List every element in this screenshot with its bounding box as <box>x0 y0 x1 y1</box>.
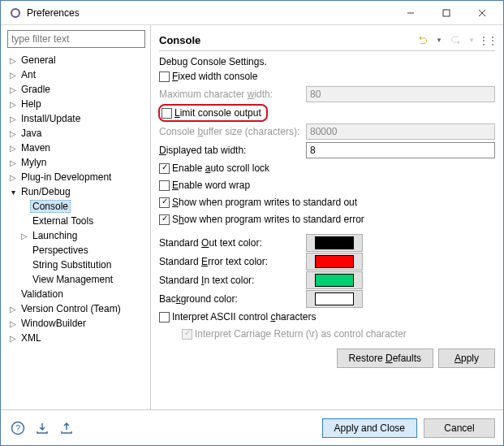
expand-icon[interactable]: ▷ <box>7 332 19 344</box>
svg-point-0 <box>11 9 19 17</box>
tree-item-maven[interactable]: ▷Maven <box>4 141 147 155</box>
svg-rect-2 <box>443 10 450 16</box>
tabwidth-input[interactable] <box>306 142 495 158</box>
svg-text:?: ? <box>15 423 20 433</box>
show-stderr-checkbox[interactable]: Show when program writes to standard err… <box>159 211 495 227</box>
tree-item-stringsub[interactable]: String Substitution <box>4 258 147 272</box>
tree-item-plugin[interactable]: ▷Plug-in Development <box>4 170 147 184</box>
expand-icon[interactable]: ▷ <box>7 113 19 124</box>
autoscroll-checkbox[interactable]: Enable auto scroll lock <box>159 160 495 176</box>
help-icon[interactable]: ? <box>9 419 27 437</box>
buffer-label: Console buffer size (characters): <box>159 126 301 137</box>
stderr-color-button[interactable] <box>306 253 363 271</box>
bg-color-label: Background color: <box>159 293 301 305</box>
tree-item-perspectives[interactable]: Perspectives <box>4 243 147 258</box>
expand-icon[interactable]: ▷ <box>7 303 19 314</box>
settings-header: Debug Console Settings. <box>159 56 495 67</box>
titlebar: Preferences <box>1 1 503 25</box>
nav-forward-menu-icon: ▼ <box>464 33 479 48</box>
tree-item-ant[interactable]: ▷Ant <box>4 67 147 82</box>
interpret-cr-checkbox: Interpret Carriage Return (\r) as contro… <box>159 326 495 342</box>
tree-item-mylyn[interactable]: ▷Mylyn <box>4 155 147 170</box>
stderr-color-label: Standard Error text color: <box>159 256 301 267</box>
left-panel: ▷General ▷Ant ▷Gradle ▷Help ▷Install/Upd… <box>1 25 151 409</box>
nav-back-icon[interactable]: ⮌ <box>416 33 430 48</box>
preference-tree[interactable]: ▷General ▷Ant ▷Gradle ▷Help ▷Install/Upd… <box>4 53 147 405</box>
filter-input[interactable] <box>7 30 145 48</box>
bg-color-button[interactable] <box>306 290 363 308</box>
tree-item-general[interactable]: ▷General <box>4 53 147 67</box>
expand-icon[interactable]: ▷ <box>7 142 19 154</box>
max-width-label: Maximum character width: <box>159 89 301 100</box>
wordwrap-checkbox[interactable]: Enable word wrap <box>159 177 495 193</box>
tree-item-java[interactable]: ▷Java <box>4 126 147 141</box>
tree-item-help[interactable]: ▷Help <box>4 97 147 111</box>
tree-item-launching[interactable]: ▷Launching <box>4 228 147 243</box>
page-title: Console <box>159 34 416 46</box>
expand-icon[interactable]: ▷ <box>7 98 19 110</box>
expand-icon[interactable]: ▷ <box>7 128 19 139</box>
nav-back-menu-icon[interactable]: ▼ <box>432 33 446 48</box>
nav-forward-icon: ⮎ <box>448 33 463 48</box>
show-stdout-checkbox[interactable]: Show when program writes to standard out <box>159 194 495 210</box>
tree-item-rundebug[interactable]: ▾Run/Debug <box>4 184 147 199</box>
cancel-button[interactable]: Cancel <box>424 418 495 438</box>
stdout-color-button[interactable] <box>306 234 363 252</box>
apply-button[interactable]: Apply <box>438 349 495 368</box>
apply-and-close-button[interactable]: Apply and Close <box>322 418 417 438</box>
tree-item-gradle[interactable]: ▷Gradle <box>4 82 147 97</box>
expand-icon[interactable]: ▷ <box>7 69 19 80</box>
expand-icon[interactable]: ▷ <box>19 230 30 241</box>
minimize-button[interactable] <box>393 2 429 24</box>
limit-output-checkbox[interactable] <box>162 108 172 119</box>
expand-icon[interactable]: ▷ <box>7 54 19 66</box>
interpret-ascii-checkbox[interactable]: Interpret ASCII control characters <box>159 309 495 325</box>
stdout-color-label: Standard Out text color: <box>159 237 301 249</box>
tabwidth-label: Displayed tab width: <box>159 145 301 156</box>
close-button[interactable] <box>464 2 500 24</box>
max-width-input <box>306 86 495 102</box>
stdin-color-label: Standard In text color: <box>159 275 301 286</box>
preferences-window: Preferences ▷General ▷Ant ▷Gradle ▷Help … <box>0 0 504 446</box>
buffer-input <box>306 123 495 140</box>
window-title: Preferences <box>27 7 393 19</box>
limit-output-label: Limit console output <box>174 107 261 119</box>
maximize-button[interactable] <box>429 2 464 24</box>
expand-icon[interactable]: ▷ <box>7 84 19 95</box>
right-panel: Console ⮌ ▼ ⮎ ▼ ⋮⋮ Debug Console Setting… <box>151 25 503 409</box>
collapse-icon[interactable]: ▾ <box>7 186 19 197</box>
expand-icon[interactable]: ▷ <box>7 171 19 183</box>
tree-item-console[interactable]: Console <box>4 199 147 214</box>
import-icon[interactable] <box>33 419 51 437</box>
view-menu-icon[interactable]: ⋮⋮ <box>480 33 495 48</box>
footer: ? Apply and Close Cancel <box>1 409 503 445</box>
fixed-width-checkbox[interactable]: FFixed width consoleixed width console <box>159 68 495 84</box>
expand-icon[interactable]: ▷ <box>7 318 19 329</box>
tree-item-xml[interactable]: ▷XML <box>4 331 147 345</box>
window-icon <box>9 6 22 19</box>
export-icon[interactable] <box>58 419 75 437</box>
tree-item-validation[interactable]: Validation <box>4 287 147 301</box>
expand-icon[interactable]: ▷ <box>7 157 19 168</box>
tree-item-install[interactable]: ▷Install/Update <box>4 111 147 126</box>
tree-item-windowbuilder[interactable]: ▷WindowBuilder <box>4 316 147 331</box>
restore-defaults-button[interactable]: Restore Defaults <box>337 349 433 368</box>
tree-item-vcs[interactable]: ▷Version Control (Team) <box>4 301 147 316</box>
tree-item-viewmgmt[interactable]: View Management <box>4 272 147 287</box>
tree-item-external[interactable]: External Tools <box>4 214 147 228</box>
limit-output-highlight: Limit console output <box>158 104 268 122</box>
stdin-color-button[interactable] <box>306 271 363 289</box>
